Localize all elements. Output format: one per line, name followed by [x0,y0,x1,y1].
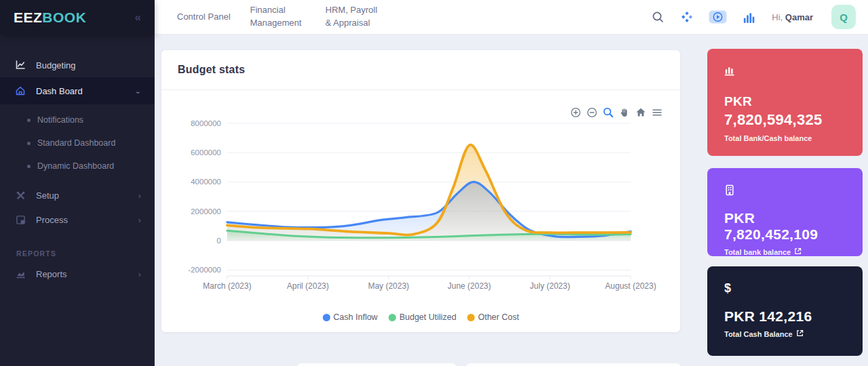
stats-bars-icon[interactable] [741,9,756,24]
nav-link-hrm-payroll[interactable]: HRM, Payroll & Appraisal [326,4,381,30]
sidebar-subitem-standard-dashboard[interactable]: Standard Dashboard [0,131,155,155]
bullet-icon [27,165,31,168]
sidebar-collapse-button[interactable]: « [135,11,141,24]
external-link-icon[interactable] [796,329,804,338]
legend-label: Other Cost [478,312,519,322]
tools-icon [15,190,26,201]
svg-text:-2000000: -2000000 [188,266,221,274]
legend-dot-icon [467,314,475,321]
greeting-prefix: Hi, [772,12,783,22]
logo-text-primary: EEZ [14,9,42,25]
chart-legend: Cash InflowBudget UtilizedOther Cost [161,312,680,322]
sidebar-item-dashboard[interactable]: Dash Board ⌄ [0,77,155,104]
sidebar: EEZBOOK « Budgeting Dash Board ⌄ Noti [0,0,155,366]
area-chart-icon [15,268,26,279]
chevron-right-icon: › [138,190,141,201]
chart-area: 80000006000000400000020000000-2000000Mar… [161,90,680,331]
chevron-right-icon: › [138,269,141,279]
bullet-icon [27,119,31,122]
legend-item[interactable]: Other Cost [467,312,519,322]
legend-item[interactable]: Cash Inflow [323,312,378,322]
home-reset-icon[interactable] [635,106,646,118]
sidebar-item-reports[interactable]: Reports › [0,262,155,286]
dashboard-submenu: Notifications Standard Dashboard Dynamic… [0,104,155,183]
svg-text:6000000: 6000000 [191,148,221,157]
balance-amount: 7,820,594,325 [724,110,846,130]
summary-cards-column: PKR 7,820,594,325 Total Bank/Cash balanc… [707,49,863,356]
pan-icon[interactable] [618,106,630,118]
sidebar-section-reports: REPORTS [0,249,155,258]
nav-link-control-panel[interactable]: Control Panel [177,11,231,24]
main-content: Budget stats [155,35,868,366]
zoom-in-icon[interactable] [570,106,581,118]
chevron-right-icon: › [138,215,141,225]
svg-text:June (2023): June (2023) [448,281,491,291]
sidebar-subitem-notifications[interactable]: Notifications [0,108,155,131]
building-icon [724,184,846,196]
partial-card-top [298,363,456,366]
legend-dot-icon [389,314,396,321]
top-navbar: Control Panel Financial Management HRM, … [155,0,868,35]
selection-zoom-icon[interactable] [602,106,614,118]
line-chart-icon [15,60,26,70]
user-greeting: Hi, Qamar [772,12,813,22]
legend-item[interactable]: Budget Utilized [389,312,456,322]
sidebar-item-label: Dash Board [36,86,83,96]
budget-chart[interactable]: 80000006000000400000020000000-2000000Mar… [161,102,680,298]
sidebar-menu: Budgeting Dash Board ⌄ Notifications Sta… [0,35,155,286]
sidebar-subitem-label: Notifications [37,115,83,125]
bullet-icon [27,142,31,145]
svg-text:2000000: 2000000 [191,207,221,216]
sidebar-item-label: Setup [36,190,59,201]
chevron-down-icon: ⌄ [135,87,141,96]
bar-chart-icon [724,64,846,77]
external-link-icon[interactable] [794,247,802,256]
svg-text:8000000: 8000000 [191,119,221,127]
nav-links: Control Panel Financial Management HRM, … [177,4,381,30]
total-bank-cash-balance-card[interactable]: PKR 7,820,594,325 Total Bank/Cash balanc… [707,49,863,156]
sidebar-item-label: Reports [36,269,67,279]
apps-diamond-icon[interactable] [679,9,694,24]
currency-label: PKR [724,94,846,110]
card-title: Budget stats [161,50,680,90]
total-cash-balance-card[interactable]: $ PKR 142,216 Total Cash Balance [707,266,863,356]
nav-right-cluster: Hi, Qamar Q [650,5,856,29]
balance-label: Total Cash Balance [724,330,793,338]
sidebar-item-process[interactable]: Process › [0,207,155,232]
logo-text-accent: BOOK [42,9,86,25]
legend-label: Cash Inflow [334,312,378,322]
sidebar-subitem-dynamic-dashboard[interactable]: Dynamic Dashboard [0,155,155,178]
sidebar-item-setup[interactable]: Setup › [0,183,155,207]
sidebar-item-label: Process [36,215,68,225]
svg-text:4000000: 4000000 [191,178,221,186]
menu-icon[interactable] [651,106,663,118]
sidebar-subitem-label: Standard Dashboard [37,138,115,148]
search-icon[interactable] [650,9,665,24]
sidebar-item-label: Budgeting [36,60,76,70]
svg-text:August (2023): August (2023) [605,281,656,291]
nav-link-financial-management[interactable]: Financial Management [250,4,306,30]
balance-amount: PKR 7,820,452,109 [724,210,846,243]
svg-text:April (2023): April (2023) [287,281,329,291]
legend-dot-icon [323,314,330,321]
legend-label: Budget Utilized [399,312,456,322]
video-tutorial-icon[interactable] [709,9,727,24]
sidebar-subitem-label: Dynamic Dashboard [37,161,114,171]
partial-card-top [467,363,680,366]
sidebar-header: EEZBOOK « [0,0,155,35]
total-bank-balance-card[interactable]: PKR 7,820,452,109 Total bank balance [707,168,863,256]
app-logo[interactable]: EEZBOOK [14,9,86,26]
balance-label: Total Bank/Cash balance [724,134,812,142]
zoom-out-icon[interactable] [586,106,597,118]
app-root: EEZBOOK « Budgeting Dash Board ⌄ Noti [0,0,868,366]
sidebar-item-budgeting[interactable]: Budgeting [0,53,155,77]
balance-label: Total bank balance [724,248,791,256]
username: Qamar [785,12,813,22]
chart-toolbar [570,106,663,118]
budget-stats-card: Budget stats [161,50,680,332]
balance-amount: PKR 142,216 [724,308,846,325]
svg-text:July (2023): July (2023) [530,281,570,291]
avatar[interactable]: Q [831,5,856,29]
svg-text:0: 0 [217,237,221,245]
dollar-icon: $ [724,282,846,294]
